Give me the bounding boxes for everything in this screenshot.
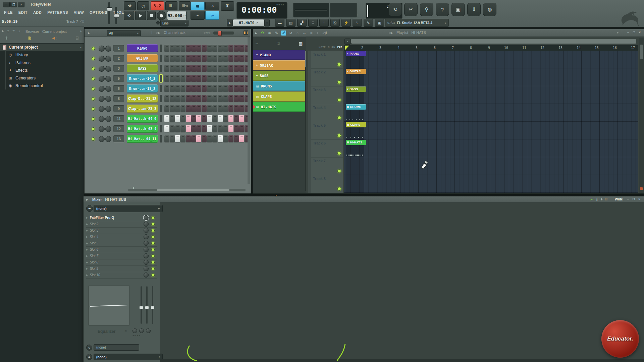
step-cell[interactable] (170, 55, 175, 62)
channel-volume-knob[interactable] (105, 106, 111, 112)
channel-volume-knob[interactable] (105, 66, 111, 72)
pencil-icon[interactable]: ✎ (274, 31, 279, 36)
chat-icon[interactable]: ◍ (483, 3, 496, 16)
cut-icon[interactable]: ✂ (404, 3, 418, 16)
step-cell[interactable] (212, 45, 217, 52)
slide-icon[interactable]: ↔ (302, 31, 307, 35)
minimize-button[interactable]: ─ (3, 2, 10, 7)
step-cell[interactable] (207, 75, 212, 82)
track-header-3[interactable]: Track 3 (311, 86, 343, 104)
step-cell[interactable] (186, 135, 191, 142)
toolbar-plugin-icon[interactable]: ⚡ (341, 19, 351, 27)
channel-button-hihatb034[interactable]: Hi-Hat..b-03_4 (127, 125, 158, 133)
browser-item-history[interactable]: ◷History (0, 51, 84, 59)
step-cell[interactable] (212, 85, 217, 92)
step-cell[interactable] (228, 55, 233, 62)
track-led[interactable] (337, 152, 341, 155)
channel-number[interactable]: 11 (113, 115, 124, 122)
channel-selector[interactable] (160, 125, 162, 132)
browser-item-generators[interactable]: ШGenerators (0, 74, 84, 82)
master-volume-slider[interactable] (115, 7, 117, 24)
save-icon[interactable]: ▣ (451, 3, 465, 16)
channel-pan-knob[interactable] (99, 116, 105, 122)
loop-marker[interactable] (345, 46, 349, 50)
channel-pan-knob[interactable] (99, 56, 105, 62)
track-header-6[interactable]: Track 6 (311, 139, 343, 158)
browser-file-icon[interactable]: 🗎 (28, 36, 32, 42)
mini-tab-note[interactable]: NOTE (319, 46, 326, 48)
step-cell[interactable] (239, 75, 244, 82)
save-new-icon[interactable]: ⇓ (467, 3, 481, 16)
step-cell[interactable] (170, 135, 175, 142)
step-cell[interactable] (239, 65, 244, 72)
step-cell[interactable] (180, 125, 185, 132)
picker-pattern-piano[interactable]: •PIANO (253, 50, 305, 60)
step-cell[interactable] (223, 65, 228, 72)
step-cell[interactable] (164, 45, 169, 52)
step-cell[interactable] (164, 65, 169, 72)
channel-number[interactable]: 1 (113, 45, 124, 52)
step-cell[interactable] (170, 45, 175, 52)
channel-selector[interactable] (160, 85, 162, 92)
step-cell[interactable] (212, 75, 217, 82)
toolbar-mixer-icon[interactable]: ⍿ (319, 19, 329, 27)
step-cell[interactable] (202, 55, 207, 62)
pattern-mode-button[interactable]: ▦ (191, 2, 205, 10)
browser-root-row[interactable]: Current project ▾ (0, 44, 84, 51)
browser-snap-icon[interactable]: ✛ (5, 36, 8, 42)
step-cell[interactable] (191, 105, 196, 112)
step-cell[interactable] (234, 105, 239, 112)
step-cell[interactable] (196, 115, 201, 122)
step-cell[interactable] (196, 65, 201, 72)
channel-mute-led[interactable] (92, 57, 95, 60)
step-cell[interactable] (186, 85, 191, 92)
step-cell[interactable] (228, 105, 233, 112)
pattern-tab-icon[interactable]: ▦ (299, 41, 303, 46)
step-cell[interactable] (164, 55, 169, 62)
playback-marker-icon[interactable]: ◁‖ (322, 31, 328, 36)
step-cell[interactable] (223, 95, 228, 102)
record-button[interactable] (157, 11, 166, 20)
time-display[interactable]: 0:00:00 M:S:CS (236, 2, 287, 19)
playlist-h-scrollbar[interactable]: ‹ (344, 38, 638, 45)
pl-menu-icon[interactable]: ▸ (254, 31, 258, 36)
track-led[interactable] (337, 80, 341, 84)
step-cell[interactable] (228, 65, 233, 72)
browser-grid-icon[interactable]: ⌸ (76, 36, 78, 42)
channel-number[interactable]: 9 (113, 105, 124, 112)
delete-icon[interactable]: ⊘ (288, 31, 293, 36)
step-cell[interactable] (212, 105, 217, 112)
brush-icon[interactable]: ✐ (281, 31, 286, 36)
step-cell[interactable] (170, 95, 175, 102)
step-cell[interactable] (207, 85, 212, 92)
step-cell[interactable] (228, 75, 233, 82)
step-cell[interactable] (218, 85, 223, 92)
picker-scrollbar[interactable] (305, 50, 306, 191)
channel-mute-led[interactable] (92, 127, 95, 131)
step-cell[interactable] (186, 115, 191, 122)
step-cell[interactable] (196, 85, 201, 92)
channel-volume-knob[interactable] (105, 56, 111, 62)
channel-volume-knob[interactable] (105, 76, 111, 82)
step-cell[interactable] (234, 85, 239, 92)
track-header-7[interactable]: Track 7 (311, 157, 343, 175)
channel-mute-led[interactable] (92, 87, 95, 90)
step-cell[interactable] (234, 95, 239, 102)
pattern-clip-bass[interactable]: ∨BASS (346, 86, 364, 104)
browser-item-effects[interactable]: ✦Effects (0, 66, 84, 74)
track-led[interactable] (337, 169, 341, 173)
step-cell[interactable] (239, 135, 244, 142)
rack-filter-selector[interactable]: All▸ (107, 30, 141, 36)
step-cell[interactable] (196, 135, 201, 142)
step-cell[interactable] (218, 55, 223, 62)
browser-item-patterns[interactable]: ♪Patterns (0, 59, 84, 66)
toolbar-project-icon[interactable]: ⎘ (330, 19, 340, 27)
step-cell[interactable] (207, 55, 212, 62)
song-mode-button[interactable]: ➔ (205, 2, 219, 10)
playlist-timeline[interactable]: 234567891011121314151617 (344, 45, 638, 51)
pattern-prev-button[interactable]: ▶ (227, 19, 233, 26)
channel-pan-knob[interactable] (99, 86, 105, 92)
channel-selector[interactable] (160, 65, 162, 72)
master-pitch-slider[interactable] (108, 2, 110, 24)
rack-v-scrollbar[interactable] (248, 37, 250, 184)
